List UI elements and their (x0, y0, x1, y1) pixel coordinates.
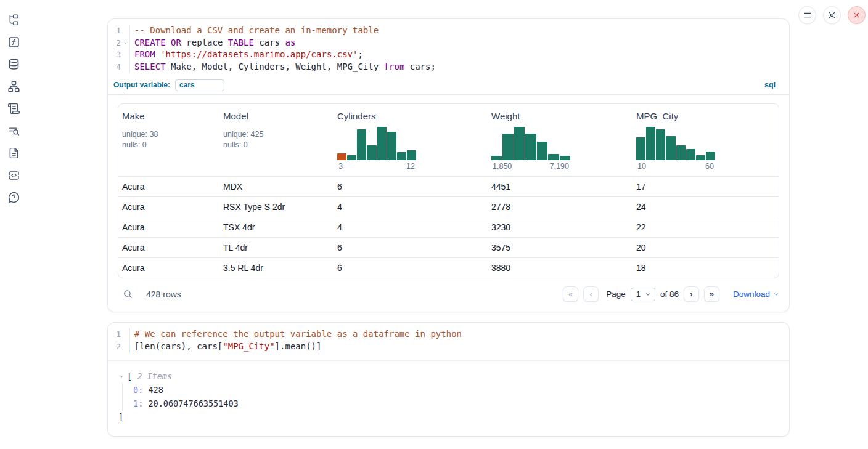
python-output: [ 2 Items 0: 4281: 20.060747663551403 ] (108, 360, 789, 436)
column-title[interactable]: Model (223, 111, 334, 121)
histogram-bar (666, 136, 675, 160)
histogram-bar (696, 155, 705, 160)
column-title[interactable]: Cylinders (337, 111, 488, 121)
column-histogram: 1060 (636, 127, 715, 171)
table-cell: 24 (633, 202, 779, 212)
line-number: 1 (108, 328, 121, 341)
fold-slot (121, 341, 129, 353)
code-content: [len(cars), cars["MPG_City"].mean()] (129, 341, 321, 353)
datasources-database-icon[interactable] (7, 57, 20, 71)
code-token: "MPG_City" (223, 341, 274, 351)
histogram-axis-labels: 312 (337, 162, 416, 171)
table-cell: Acura (118, 243, 219, 253)
histogram-bars (636, 127, 715, 160)
menu-button[interactable] (798, 6, 816, 24)
prev-page-button[interactable]: ‹ (583, 286, 599, 302)
first-page-button[interactable]: « (563, 286, 578, 302)
table-cell: RSX Type S 2dr (219, 202, 334, 212)
last-page-button[interactable]: » (704, 286, 719, 302)
table-cell: Acura (118, 182, 219, 192)
shutdown-button[interactable] (848, 6, 866, 24)
variables-function-icon[interactable] (7, 35, 20, 49)
dependency-graph-icon[interactable] (7, 79, 20, 93)
pagination: « ‹ Page 1 of 86 › » Download (563, 286, 779, 302)
code-token: TABLE (228, 38, 254, 47)
list-search-icon[interactable] (7, 124, 20, 137)
py-code-lines[interactable]: 1# We can reference the output variable … (108, 323, 789, 355)
code-content: -- Download a CSV and create an in-memor… (129, 25, 379, 37)
tree-item-count: 2 Items (137, 370, 172, 383)
tree-root: [ 2 Items (118, 370, 779, 383)
documentation-file-icon[interactable] (7, 146, 20, 160)
tree-collapse-caret[interactable] (118, 373, 125, 379)
histogram-axis-labels: 1060 (636, 162, 715, 171)
table-row: Acura3.5 RL 4dr6388018 (118, 257, 779, 278)
code-line[interactable]: 4SELECT Make, Model, Cylinders, Weight, … (108, 61, 789, 73)
next-page-button[interactable]: › (684, 286, 699, 302)
table-cell: 2778 (488, 202, 633, 212)
chevron-down-icon (773, 291, 779, 297)
sql-code-lines[interactable]: 1-- Download a CSV and create an in-memo… (108, 19, 789, 76)
tree-item-value: 20.060747663551403 (143, 398, 238, 408)
histogram-bar (560, 156, 570, 160)
column-header: Cylinders312 (334, 111, 488, 171)
histogram-bars (337, 127, 416, 160)
code-token: # We can reference the output variable a… (134, 329, 462, 339)
table-cell: 3575 (488, 243, 633, 253)
output-variable-label: Output variable: (113, 81, 170, 89)
histogram-max-label: 12 (406, 162, 415, 171)
table-cell: 6 (334, 263, 488, 273)
column-title[interactable]: MPG_City (636, 111, 779, 121)
chevron-down-icon[interactable] (123, 40, 128, 46)
table-cell: Acura (118, 222, 219, 232)
code-token: ].mean()] (275, 341, 322, 351)
histogram-axis-labels: 1,8507,190 (491, 162, 570, 171)
tree-item: 0: 428 (133, 383, 779, 397)
code-line[interactable]: 1-- Download a CSV and create an in-memo… (108, 25, 789, 37)
snippets-code-icon[interactable] (7, 168, 20, 182)
column-title[interactable]: Weight (491, 111, 633, 121)
code-content: CREATE OR replace TABLE cars as (129, 37, 295, 49)
page-select[interactable]: 1 (631, 288, 655, 301)
table-cell: MDX (219, 182, 334, 192)
code-token: CREATE (134, 38, 166, 47)
code-content: FROM 'https://datasets.marimo.app/cars.c… (129, 49, 363, 61)
file-tree-icon[interactable] (7, 13, 20, 26)
code-token: cars; (404, 62, 436, 71)
histogram-bar (686, 149, 695, 160)
histogram-bar (537, 142, 547, 160)
table-header-row: Makeunique: 38nulls: 0Modelunique: 425nu… (118, 104, 779, 176)
column-stat-line: unique: 38 (122, 129, 219, 140)
line-number: 4 (108, 61, 121, 73)
code-token: [len(cars), cars[ (134, 341, 223, 351)
code-token: as (285, 38, 295, 47)
tree-item-index: 0: (133, 385, 143, 395)
output-variable-input[interactable] (175, 79, 224, 91)
column-header: Weight1,8507,190 (488, 111, 633, 171)
column-title[interactable]: Make (122, 111, 219, 121)
table-cell: TL 4dr (219, 243, 334, 253)
language-badge[interactable]: sql (764, 81, 776, 89)
code-line[interactable]: 1# We can reference the output variable … (108, 328, 789, 341)
python-cell: 1# We can reference the output variable … (107, 322, 790, 436)
code-token: cars (254, 38, 285, 47)
table-row: AcuraMDX6445117 (118, 176, 779, 196)
logs-scroll-icon[interactable] (7, 102, 20, 115)
table-footer: 428 rows « ‹ Page 1 of 86 › » Download (108, 278, 789, 312)
code-line[interactable]: 2[len(cars), cars["MPG_City"].mean()] (108, 341, 789, 353)
column-stats: unique: 425nulls: 0 (223, 129, 334, 150)
histogram-bar (656, 129, 665, 160)
help-icon[interactable] (7, 190, 20, 204)
table-cell: 4 (334, 202, 488, 212)
search-icon[interactable] (123, 289, 133, 299)
code-line[interactable]: 3FROM 'https://datasets.marimo.app/cars.… (108, 49, 789, 61)
table-cell: 20 (633, 243, 779, 253)
histogram-bar (397, 152, 406, 160)
download-button[interactable]: Download (733, 289, 779, 299)
histogram-bar (646, 127, 655, 160)
fold-chevron-icon[interactable] (121, 37, 129, 49)
settings-button[interactable] (823, 6, 841, 24)
code-line[interactable]: 2CREATE OR replace TABLE cars as (108, 37, 789, 49)
histogram-bar (337, 153, 346, 160)
table-body: AcuraMDX6445117AcuraRSX Type S 2dr427782… (118, 176, 779, 278)
